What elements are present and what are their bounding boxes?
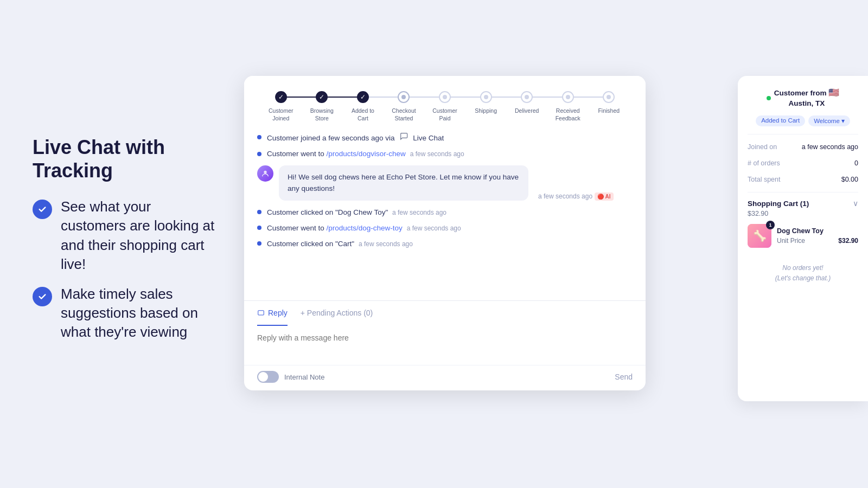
unit-price-value: $32.90	[838, 237, 858, 245]
step-label-4: CheckoutStarted	[392, 107, 416, 122]
step-check-3: ✓	[360, 93, 366, 101]
event-time-click-chew: a few seconds ago	[392, 209, 446, 216]
steps-container: ✓ CustomerJoined ✓ BrowsingStore ✓ Added	[260, 91, 629, 122]
item-name: Dog Chew Toy	[777, 227, 858, 235]
step-label-2: BrowsingStore	[310, 107, 334, 122]
online-status-dot	[767, 96, 771, 100]
value-joined: a few seconds ago	[802, 143, 858, 151]
tag-welcome[interactable]: Welcome ▾	[808, 115, 850, 126]
event-dogvisor: Customer went to /products/dogvisor-chew…	[257, 150, 633, 158]
right-panel: Customer from 🇺🇸Austin, TX Added to Cart…	[738, 76, 868, 401]
chat-bubble-bot: Hi! We sell dog chews here at Echo Pet S…	[279, 165, 528, 201]
chevron-down-icon: ▾	[841, 117, 845, 125]
step-check-1: ✓	[278, 93, 284, 101]
label-spent: Total spent	[748, 176, 780, 183]
tab-reply[interactable]: Reply	[257, 301, 288, 326]
reply-icon	[257, 309, 265, 317]
event-dog-chew-toy: Customer went to /products/dog-chew-toy …	[257, 224, 633, 232]
step-delivered: Delivered	[506, 91, 547, 115]
svg-rect-1	[258, 311, 264, 315]
reply-area	[244, 326, 646, 365]
link-dog-chew-toy[interactable]: /products/dog-chew-toy	[327, 224, 403, 232]
bot-avatar	[257, 165, 273, 182]
cart-title: Shopping Cart (1)	[748, 200, 809, 208]
label-joined: Joined on	[748, 143, 777, 151]
step-dot-6	[484, 95, 488, 99]
reply-tabs: Reply + Pending Actions (0)	[244, 300, 646, 326]
step-label-8: ReceivedFeedback	[556, 107, 580, 122]
step-label-7: Delivered	[515, 107, 539, 115]
step-circle-5	[439, 91, 451, 103]
check-icon-2	[33, 287, 52, 306]
cart-section: Shopping Cart (1) ∨ $32.90 🦴 1 Dog Chew …	[748, 192, 858, 248]
reply-input[interactable]	[257, 333, 633, 355]
step-added-to-cart: ✓ Added toCart	[342, 91, 384, 122]
feature-item-1: See what your customers are looking at a…	[33, 197, 217, 273]
label-orders: # of orders	[748, 159, 780, 167]
cart-header: Shopping Cart (1) ∨	[748, 199, 858, 208]
left-panel: Live Chat with Tracking See what your cu…	[0, 0, 239, 488]
flag-icon: 🇺🇸	[828, 88, 839, 97]
event-text-dogvisor: Customer went to /products/dogvisor-chew…	[267, 150, 464, 158]
event-dot-click-chew	[257, 210, 261, 214]
customer-status-row: Customer from 🇺🇸Austin, TX	[767, 87, 840, 109]
bubble-time-bot: a few seconds ago	[538, 192, 592, 200]
event-click-cart: Customer clicked on "Cart" a few seconds…	[257, 240, 633, 248]
step-circle-4	[398, 91, 410, 103]
step-customer-paid: CustomerPaid	[424, 91, 465, 122]
event-text-dog-chew-toy: Customer went to /products/dog-chew-toy …	[267, 224, 461, 232]
event-time-click-cart: a few seconds ago	[359, 240, 413, 248]
step-circle-2: ✓	[316, 91, 328, 103]
event-text-joined: Customer joined a few seconds ago via Li…	[267, 132, 444, 142]
step-shipping: Shipping	[465, 91, 507, 115]
step-label-9: Finished	[598, 107, 620, 115]
unit-price-label: Unit Price	[777, 237, 805, 245]
step-label-1: CustomerJoined	[269, 107, 293, 122]
step-received-feedback: ReceivedFeedback	[547, 91, 589, 122]
event-time-dog-chew-toy: a few seconds ago	[407, 224, 461, 232]
step-customer-joined: ✓ CustomerJoined	[260, 91, 302, 122]
ai-badge: 🔴 AI	[595, 192, 613, 201]
item-quantity-badge: 1	[766, 221, 775, 229]
step-finished: Finished	[589, 91, 630, 115]
check-icon-1	[33, 200, 52, 219]
step-circle-8	[562, 91, 574, 103]
feature-text-1: See what your customers are looking at a…	[61, 197, 217, 273]
info-row-joined: Joined on a few seconds ago	[748, 143, 858, 151]
step-circle-3: ✓	[357, 91, 369, 103]
event-dot-joined	[257, 135, 261, 139]
step-circle-1: ✓	[275, 91, 287, 103]
svg-point-0	[264, 171, 266, 174]
tab-pending-label: + Pending Actions (0)	[301, 309, 373, 317]
step-label-5: CustomerPaid	[432, 107, 457, 122]
event-joined: Customer joined a few seconds ago via Li…	[257, 132, 633, 142]
link-dogvisor[interactable]: /products/dogvisor-chew	[327, 150, 406, 158]
item-image: 🦴 1	[748, 224, 771, 248]
send-button[interactable]: Send	[615, 373, 633, 381]
page-title: Live Chat with Tracking	[33, 136, 217, 182]
feature-item-2: Make timely sales suggestions based on w…	[33, 285, 217, 342]
bottom-bar: Internal Note Send	[244, 365, 646, 390]
event-time-dogvisor: a few seconds ago	[410, 150, 464, 158]
step-dot-8	[566, 95, 570, 99]
event-dot-dog-chew-toy	[257, 226, 261, 230]
value-orders: 0	[854, 159, 858, 167]
internal-note-toggle[interactable]	[257, 371, 279, 383]
cart-total: $32.90	[748, 210, 858, 217]
step-checkout-started: CheckoutStarted	[384, 91, 425, 122]
chat-icon	[398, 132, 410, 140]
chat-panel: ✓ CustomerJoined ✓ BrowsingStore ✓ Added	[244, 76, 646, 390]
event-text-click-cart: Customer clicked on "Cart" a few seconds…	[267, 240, 413, 248]
customer-header: Customer from 🇺🇸Austin, TX Added to Cart…	[748, 87, 858, 134]
step-browsing-store: ✓ BrowsingStore	[302, 91, 343, 122]
cart-chevron-icon[interactable]: ∨	[853, 199, 858, 208]
step-check-2: ✓	[319, 93, 324, 101]
info-row-orders: # of orders 0	[748, 159, 858, 167]
event-click-chew: Customer clicked on "Dog Chew Toy" a few…	[257, 208, 633, 216]
tab-pending[interactable]: + Pending Actions (0)	[301, 301, 373, 326]
tag-added-to-cart: Added to Cart	[756, 115, 805, 126]
tag-welcome-label: Welcome	[814, 118, 840, 124]
item-details: Dog Chew Toy Unit Price $32.90	[777, 227, 858, 245]
event-dot-click-cart	[257, 241, 261, 246]
step-label-6: Shipping	[475, 107, 497, 115]
